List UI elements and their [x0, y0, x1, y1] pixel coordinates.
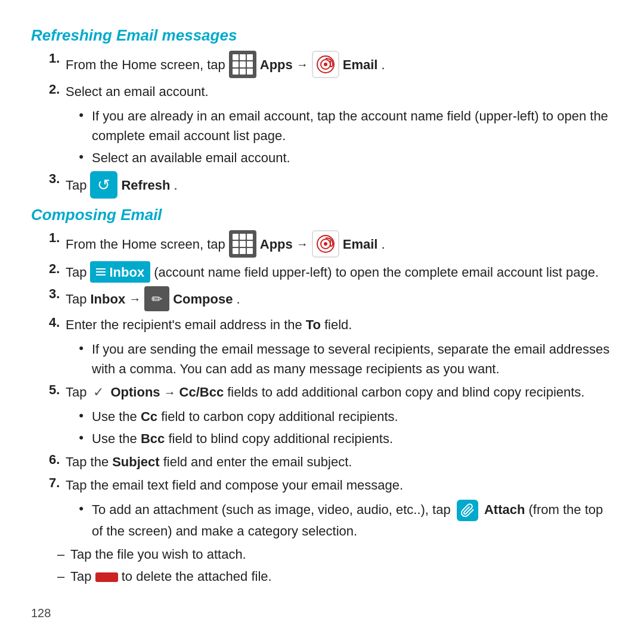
step-text: From the Home screen, tap	[66, 55, 225, 75]
step-content-1r: From the Home screen, tap Apps →	[66, 51, 385, 78]
step-text-6c-bold: Subject	[112, 452, 159, 472]
bullet-item-7c-1: To add an attachment (such as image, vid…	[79, 500, 613, 541]
step-text-4c-bold: To	[306, 315, 321, 335]
svg-point-2	[324, 63, 327, 66]
bullet-item-1r: If you are already in an email account, …	[79, 106, 613, 145]
step-text-4c-end: field.	[324, 315, 352, 335]
bullet-item-4c: If you are sending the email message to …	[79, 339, 613, 379]
bullet-list-step5: Use the Cc field to carbon copy addition…	[79, 407, 613, 448]
step-2-compose: 2. Tap Inbox (account name field upper-l…	[49, 261, 613, 283]
step-3-refresh: 3. Tap ↺ Refresh.	[49, 171, 613, 199]
delete-icon	[95, 572, 118, 582]
step-num-1r: 1.	[49, 51, 62, 66]
sub-bullet-tap: Tap	[70, 569, 95, 584]
step-content-3c: Tap Inbox → ✏ Compose.	[66, 286, 240, 311]
step-num-4c: 4.	[49, 315, 62, 330]
section-composing: Composing Email 1. From the Home screen,…	[31, 206, 613, 586]
bullet-item-5c-2: Use the Bcc field to blind copy addition…	[79, 429, 613, 448]
step-num-3c: 3.	[49, 286, 62, 302]
chevron-icon: ✓	[90, 384, 107, 401]
period-1c: .	[381, 234, 385, 254]
email-label-1c: Email	[343, 234, 378, 254]
bullet-list-refresh: If you are already in an email account, …	[79, 106, 613, 168]
email-icon-2	[312, 230, 339, 258]
tap-label-3c: Tap	[66, 289, 86, 309]
step-content-2r: Select an email account.	[66, 82, 209, 101]
step-text-7c: Tap the email text field and compose you…	[66, 475, 403, 495]
cc-label: Cc/Bcc	[179, 382, 224, 402]
options-label: Options	[110, 382, 160, 402]
sub-bullet-delete-text: to delete the attached file.	[122, 569, 272, 584]
step-content-5c: Tap ✓ Options → Cc/Bcc fields to add add…	[66, 382, 584, 402]
step-5-compose: 5. Tap ✓ Options → Cc/Bcc fields to add …	[49, 382, 613, 402]
refresh-icon: ↺	[90, 171, 117, 199]
step-7-compose: 7. Tap the email text field and compose …	[49, 475, 613, 495]
arrow-3c: →	[129, 290, 141, 308]
apps-icon-1	[229, 51, 256, 78]
sub-bullet-7c-1: Tap the file you wish to attach.	[57, 544, 613, 564]
sub-bullet-list-step7: Tap the file you wish to attach. Tap to …	[57, 544, 613, 586]
inbox-label: Inbox	[109, 262, 144, 282]
use-cc-bold: Cc	[141, 409, 157, 424]
use-bcc-end: field to blind copy additional recipient…	[165, 431, 393, 446]
step-content-3r: Tap ↺ Refresh.	[66, 171, 178, 199]
step-4-compose: 4. Enter the recipient's email address i…	[49, 315, 613, 335]
tap-label-3r: Tap	[66, 175, 86, 195]
step-text-1c: From the Home screen, tap	[66, 234, 225, 254]
compose-label: Compose	[173, 289, 233, 309]
step-content-7c: Tap the email text field and compose you…	[66, 475, 403, 495]
bullet-item-5c-1: Use the Cc field to carbon copy addition…	[79, 407, 613, 426]
page-number: 128	[31, 606, 51, 620]
use-bcc-bold: Bcc	[141, 431, 165, 446]
step-num-3r: 3.	[49, 171, 62, 187]
step-num-6c: 6.	[49, 452, 62, 467]
step-num-2r: 2.	[49, 82, 62, 97]
bullet-list-step4: If you are sending the email message to …	[79, 339, 613, 379]
use-bcc-start: Use the	[92, 431, 141, 446]
step-content-2c: Tap Inbox (account name field upper-left…	[66, 261, 599, 283]
attach-prefix: To add an attachment (such as image, vid…	[92, 502, 451, 517]
inbox-icon: Inbox	[90, 261, 150, 283]
step-text-4c-start: Enter the recipient's email address in t…	[66, 315, 302, 335]
step-text-6c-start: Tap the	[66, 452, 109, 472]
apps-label-1: Apps	[260, 55, 293, 75]
refresh-label: Refresh	[121, 175, 170, 195]
period-3c: .	[236, 289, 240, 309]
step-content-4c: Enter the recipient's email address in t…	[66, 315, 352, 335]
step-suffix-2c: (account name field upper-left) to open …	[154, 262, 599, 282]
attach-icon	[457, 500, 478, 521]
sub-bullet-7c-2: Tap to delete the attached file.	[57, 566, 613, 586]
period: .	[381, 55, 385, 75]
email-icon-1	[312, 51, 339, 78]
inbox-label-3c: Inbox	[90, 289, 125, 309]
use-cc-start: Use the	[92, 409, 141, 424]
step-1-refresh: 1. From the Home screen, tap Apps →	[49, 51, 613, 78]
step-content-1c: From the Home screen, tap Apps →	[66, 230, 385, 258]
bullet-list-step7: To add an attachment (such as image, vid…	[79, 500, 613, 541]
bullet-item-2r: Select an available email account.	[79, 148, 613, 168]
attach-label: Attach	[484, 502, 525, 517]
apps-label-2: Apps	[260, 234, 293, 254]
step-num-1c: 1.	[49, 230, 62, 246]
section-title-composing: Composing Email	[31, 206, 613, 224]
step-6-compose: 6. Tap the Subject field and enter the e…	[49, 452, 613, 472]
arrow-1c: →	[296, 235, 308, 253]
step-num-2c: 2.	[49, 261, 62, 277]
step-text-6c-end: field and enter the email subject.	[163, 452, 352, 472]
step-2-refresh: 2. Select an email account.	[49, 82, 613, 101]
arrow-1r: →	[296, 55, 308, 73]
step-num-7c: 7.	[49, 475, 62, 491]
step-text-2r: Select an email account.	[66, 82, 209, 101]
step-1-compose: 1. From the Home screen, tap Apps →	[49, 230, 613, 258]
step-3-compose: 3. Tap Inbox → ✏ Compose.	[49, 286, 613, 311]
section-refreshing: Refreshing Email messages 1. From the Ho…	[31, 26, 613, 199]
svg-point-6	[324, 242, 327, 246]
step-content-6c: Tap the Subject field and enter the emai…	[66, 452, 352, 472]
arrow-5c: →	[164, 383, 176, 401]
step-num-5c: 5.	[49, 382, 62, 398]
section-title-refreshing: Refreshing Email messages	[31, 26, 613, 45]
step-suffix-5c: fields to add additional carbon copy and…	[227, 382, 584, 402]
use-cc-end: field to carbon copy additional recipien…	[157, 409, 398, 424]
tap-label-5c: Tap	[66, 382, 86, 402]
compose-icon: ✏	[144, 286, 169, 311]
